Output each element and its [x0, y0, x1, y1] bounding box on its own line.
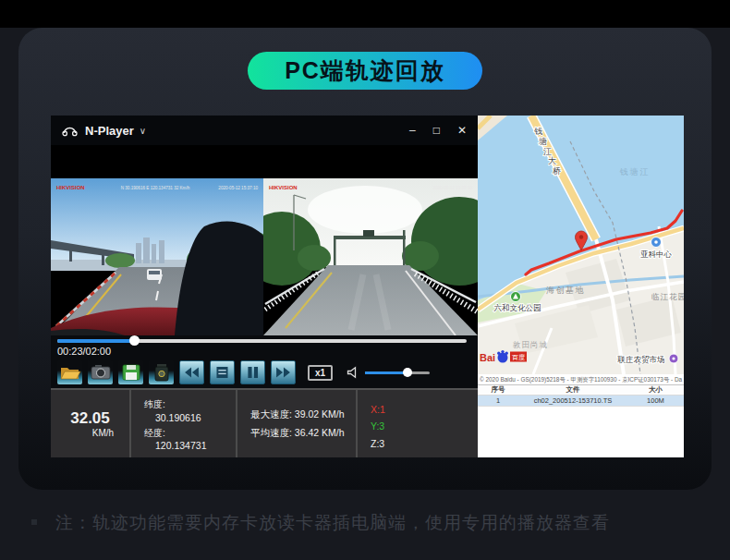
gsensor-x: X:1 — [371, 401, 476, 418]
gsensor-z: Z:3 — [371, 435, 476, 452]
rewind-icon — [180, 360, 203, 384]
open-file-button[interactable] — [57, 360, 82, 384]
latitude-value: 30.190616 — [155, 411, 236, 424]
poi-yake: 亚科中心 — [640, 250, 673, 259]
volume-slider[interactable] — [365, 371, 430, 374]
max-speed: 最大速度: 39.02 KM/h — [250, 406, 356, 424]
time-display: 00:23/02:00 — [57, 346, 111, 357]
current-speed: 32.05 — [70, 409, 110, 428]
fast-forward-button[interactable] — [271, 360, 296, 384]
player-window: N-Player ∨ – □ ✕ — [51, 116, 684, 457]
longitude-label: 经度: — [144, 427, 236, 440]
svg-text:钱: 钱 — [534, 127, 542, 136]
avg-speed: 平均速度: 36.42 KM/h — [250, 424, 356, 443]
stop-button[interactable] — [210, 360, 235, 384]
footnote: 注：轨迹功能需要内存卡放读卡器插电脑端，使用专用的播放器查看 — [31, 511, 715, 535]
player-pane: N-Player ∨ – □ ✕ — [51, 116, 478, 457]
timestamp-overlay: 2020-05-12 15:37:10 — [218, 186, 258, 190]
playback-speed-button[interactable]: x1 — [308, 365, 333, 381]
svg-text:Bai: Bai — [480, 352, 495, 363]
file-table-header: 序号 文件 大小 — [478, 384, 684, 396]
map-pane: 钱 塘 江 大 桥 钱塘江 亚科中心 海创基地 六和文化公园 临江花园 敦田尚城… — [478, 116, 684, 457]
svg-text:大: 大 — [548, 156, 556, 165]
camcorder-icon — [149, 360, 174, 384]
poi-lianzhuang: 联庄农贸市场 — [617, 355, 665, 364]
map-attribution: © 2020 Baidu - GS(2019)5218号 - 甲测资字11009… — [478, 374, 684, 384]
snapshot-button[interactable] — [88, 360, 113, 384]
gsensor-y: Y:3 — [371, 418, 476, 434]
rewind-button[interactable] — [179, 360, 204, 384]
stop-icon — [211, 360, 234, 384]
longitude-value: 120.134731 — [155, 439, 236, 452]
speed-unit: KM/h — [92, 428, 114, 438]
poi-tianshang: 敦田尚城 — [513, 340, 548, 349]
video-area: HIKVISION N 30.190616 E 120.134731 32 Km… — [51, 145, 478, 335]
section-title-badge: PC端轨迹回放 — [248, 52, 482, 90]
brand-watermark: HIKVISION — [269, 185, 298, 190]
track-map[interactable]: 钱 塘 江 大 桥 钱塘江 亚科中心 海创基地 六和文化公园 临江花园 敦田尚城… — [478, 116, 684, 374]
pause-button[interactable] — [240, 360, 265, 384]
poi-liuhe: 六和文化公园 — [494, 303, 541, 312]
pause-icon — [241, 360, 264, 384]
poi-haichuang: 海创基地 — [546, 286, 585, 295]
note-text: 注：轨迹功能需要内存卡放读卡器插电脑端，使用专用的播放器查看 — [55, 511, 610, 535]
fast-forward-icon — [272, 360, 295, 384]
latitude-label: 纬度: — [144, 398, 236, 411]
app-title: N-Player — [85, 124, 134, 138]
water-label: 钱塘江 — [620, 167, 651, 177]
minimize-button[interactable]: – — [409, 125, 416, 136]
record-clip-button[interactable] — [149, 360, 174, 384]
top-strip — [0, 0, 730, 28]
svg-text:百度: 百度 — [512, 354, 525, 361]
seek-bar-fill — [57, 339, 135, 343]
file-table-empty-area — [478, 407, 684, 457]
brand-watermark: HIKVISION — [56, 185, 85, 190]
seek-bar[interactable] — [57, 339, 467, 343]
seek-handle[interactable] — [129, 335, 140, 346]
maximize-button[interactable]: □ — [433, 125, 440, 136]
close-button[interactable]: ✕ — [457, 125, 467, 136]
folder-icon — [57, 360, 82, 384]
chevron-down-icon[interactable]: ∨ — [140, 126, 146, 136]
video-front-camera: HIKVISION N 30.190616 E 120.134731 32 Km… — [51, 145, 263, 335]
file-table-row[interactable]: 1 ch02_200512-153710.TS 100M — [478, 396, 684, 407]
svg-text:江: 江 — [543, 147, 552, 156]
floppy-disk-icon — [118, 360, 143, 384]
video-rear-camera: HIKVISION 2020-05-12 15:37:10 — [263, 145, 478, 335]
note-bullet — [31, 519, 37, 525]
save-button[interactable] — [118, 360, 143, 384]
page: PC端轨迹回放 N-Player ∨ – □ ✕ — [0, 0, 730, 560]
gps-overlay: N 30.190616 E 120.134731 32 Km/h — [121, 186, 190, 190]
telemetry-panel: 32.05 KM/h 纬度: 30.190616 经度: 120.134731 … — [51, 388, 478, 457]
baidu-logo: Bai 百度 — [480, 350, 527, 363]
titlebar: N-Player ∨ – □ ✕ — [51, 116, 478, 145]
timestamp-overlay: 2020-05-12 15:37:10 — [432, 186, 472, 190]
svg-text:塘: 塘 — [538, 137, 547, 146]
svg-text:桥: 桥 — [553, 166, 561, 176]
speaker-icon[interactable] — [347, 366, 359, 380]
poi-linjiang: 临江花园 — [651, 292, 684, 301]
camera-icon — [88, 360, 113, 384]
transport-controls: x1 — [57, 359, 430, 385]
headset-icon — [62, 125, 78, 137]
volume-handle[interactable] — [403, 368, 412, 377]
volume-fill — [365, 371, 408, 374]
